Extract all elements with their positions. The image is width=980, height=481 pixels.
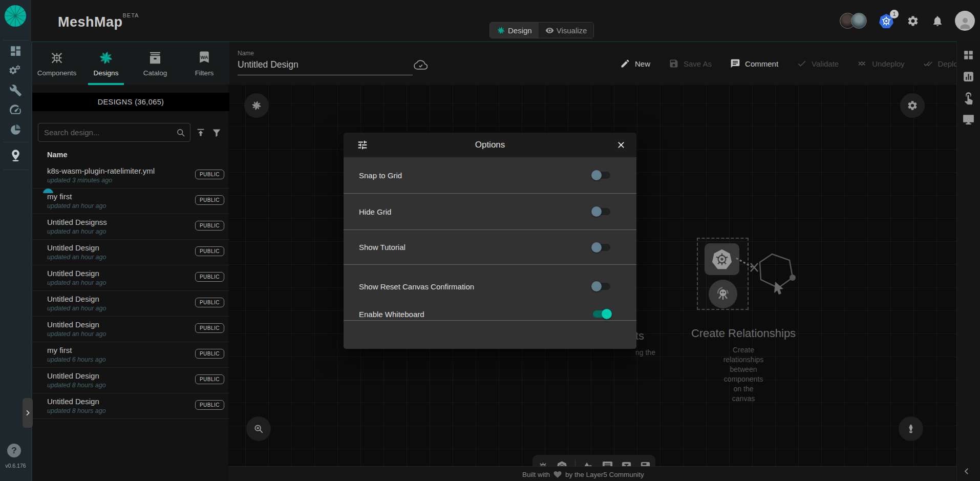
visibility-badge: PUBLIC [195,323,224,333]
canvas-settings-button[interactable] [900,93,925,118]
occluded-caption-fragment: ng the [635,348,655,357]
search-input[interactable] [38,123,190,141]
collapse-right-rail-handle[interactable] [962,467,971,476]
right-rail-tool[interactable] [962,70,975,83]
design-updated: updated 3 minutes ago [47,177,112,184]
toolbar-button[interactable]: New [620,58,650,69]
collaborator-dot [43,189,53,193]
designs-panel: Components Designs Catalog WA Filters DE… [31,41,228,481]
notifications-bell-icon[interactable] [931,15,944,27]
design-updated: updated 6 hours ago [47,356,106,363]
right-rail-tool[interactable] [962,92,975,104]
left-rail-item[interactable] [0,120,31,140]
panel-tab[interactable]: WA Filters [180,42,229,85]
option-toggle[interactable] [591,241,612,254]
design-updated: updated an hour ago [47,228,106,235]
svg-text:WA: WA [200,55,208,60]
toolbar-button[interactable]: Comment [730,58,778,69]
person-icon [957,15,973,31]
user-avatar[interactable] [955,11,975,31]
design-list-item[interactable]: Untitled Design updated an hour ago PUBL… [32,317,229,342]
search-row [32,123,229,142]
design-name-input[interactable] [238,59,413,75]
expand-panel-handle[interactable] [23,398,33,428]
layer5-logo[interactable] [4,5,27,27]
left-rail-item[interactable] [0,41,31,61]
design-list-item[interactable]: Untitled Design updated an hour ago PUBL… [32,291,229,317]
design-updated: updated an hour ago [47,279,106,286]
design-list-item[interactable]: Untitled Designss updated an hour ago PU… [32,214,229,240]
design-list-item[interactable]: Untitled Design updated 8 hours ago PUBL… [32,393,229,419]
collaborator-avatar[interactable] [851,13,867,29]
cloud-saved-icon [414,58,428,72]
design-list-item[interactable]: my first updated 6 hours ago PUBLIC [32,342,229,368]
design-list-item[interactable]: k8s-wasm-plugin-ratelimiter.yml updated … [32,163,229,189]
right-rail-tool[interactable] [962,49,975,61]
design-name: Untitled Designss [47,218,107,226]
meshmap-pin-icon [9,149,23,162]
right-rail [956,41,980,481]
left-rail-item[interactable] [0,100,31,120]
option-toggle[interactable] [591,280,612,292]
design-name: Untitled Design [47,295,99,303]
toolbar-button[interactable]: Undeploy [857,58,904,69]
canvas-menu-button[interactable] [244,93,269,118]
kubernetes-tile [705,243,739,275]
panel-tab[interactable]: Designs [81,42,131,85]
kubernetes-context-button[interactable]: 1 [878,13,894,29]
option-toggle[interactable] [591,205,612,218]
filter-funnel-icon[interactable] [211,127,222,138]
settings-gear-icon[interactable] [907,15,919,27]
option-row: Snap to Grid [344,157,636,194]
option-row: Show Tutorial [344,230,636,265]
help-button[interactable]: ? [7,444,21,457]
option-label: Enable Whiteboard [359,310,424,319]
right-rail-items [957,41,980,126]
design-updated: updated 8 hours ago [47,382,106,389]
close-icon[interactable] [616,140,626,150]
dock-toggle-button[interactable] [899,416,923,441]
option-label: Snap to Grid [359,171,402,180]
search-icon [176,128,186,138]
header-right: 1 [840,0,975,41]
left-rail-item[interactable] [0,61,31,81]
option-toggle[interactable] [591,169,612,181]
design-name: Untitled Design [47,397,99,406]
design-updated: updated an hour ago [47,254,106,261]
visibility-badge: PUBLIC [195,170,224,179]
option-label: Show Reset Canvas Confirmation [359,282,474,291]
left-rail-items [0,41,31,140]
shuttle-icon [905,423,917,434]
visibility-badge: PUBLIC [195,349,224,359]
zoom-button[interactable] [246,416,271,441]
import-design-icon[interactable] [195,127,206,138]
design-list-item[interactable]: Untitled Design updated 8 hours ago PUBL… [32,368,229,393]
left-rail-item[interactable] [0,80,31,100]
pentagon-illustration [735,248,802,307]
zoom-in-icon [253,423,264,434]
toolbar-button[interactable]: Save As [669,58,712,69]
option-row: Show Reset Canvas Confirmation [344,265,636,308]
panel-tab[interactable]: Components [32,42,81,85]
divider [3,40,28,40]
design-list-item[interactable]: Untitled Design updated an hour ago PUBL… [32,265,229,291]
meshery-flower-icon [251,100,262,111]
modal-title: Options [475,140,505,150]
toolbar-button[interactable]: Validate [797,58,839,69]
design-list-item[interactable]: Untitled Design updated an hour ago PUBL… [32,240,229,265]
sidebar-item-meshmap[interactable] [0,145,31,165]
option-toggle[interactable] [591,308,612,320]
option-row: Hide Grid [344,194,636,230]
panel-tab[interactable]: Catalog [131,42,180,85]
design-list-item[interactable]: my first updated an hour ago PUBLIC [32,189,229,214]
toolbar-button[interactable]: Deploy [923,58,962,69]
right-rail-tool[interactable] [962,113,975,126]
squid-icon [713,284,733,304]
visibility-badge: PUBLIC [195,195,224,205]
mode-segment[interactable]: Design [490,23,539,38]
occluded-title-fragment: ts [635,329,644,343]
squid-tile [709,280,737,308]
mode-segment[interactable]: Visualize [539,23,594,38]
design-toolbar: Name New Save As [228,41,956,85]
design-name: Untitled Design [47,243,99,252]
